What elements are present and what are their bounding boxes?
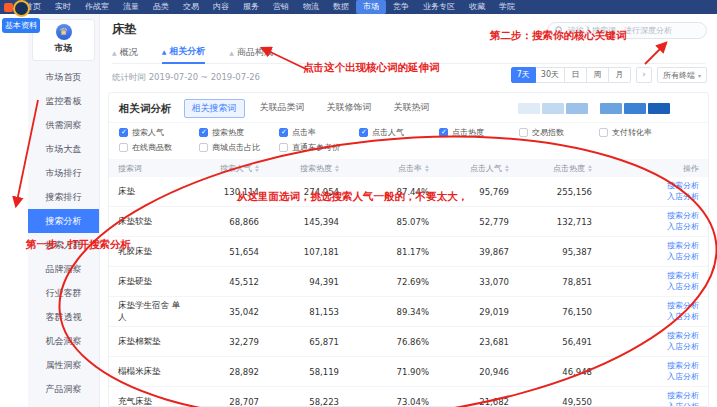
sidebar-item[interactable]: 监控看板	[28, 89, 99, 113]
actions-cell: 搜索分析入店分析	[592, 181, 699, 203]
checkbox-icon[interactable]	[279, 128, 288, 137]
column-header[interactable]: 点击率	[339, 163, 429, 174]
value-cell: 29,019	[429, 307, 509, 317]
page-tab[interactable]: ▲商品构成	[229, 41, 273, 64]
checkbox-icon[interactable]	[519, 128, 528, 137]
nav-item[interactable]: 品类	[146, 0, 176, 14]
sidebar-item[interactable]: 市场首页	[28, 65, 99, 89]
sidebar-item[interactable]: 行业客群	[28, 281, 99, 305]
action-link[interactable]: 搜索分析	[667, 181, 699, 192]
action-link[interactable]: 入店分析	[667, 192, 699, 203]
nav-item[interactable]: 竞争	[386, 0, 416, 14]
column-header[interactable]: 搜索人气	[188, 163, 259, 174]
date-range-pill[interactable]: 30天	[536, 67, 565, 83]
column-header[interactable]: 搜索热度	[259, 163, 339, 174]
action-link[interactable]: 入店分析	[667, 372, 699, 383]
terminal-dropdown[interactable]: 所有终端 ▾	[657, 67, 707, 83]
sidebar-item[interactable]: 供需洞察	[28, 113, 99, 137]
sidebar-item[interactable]: 市场排行	[28, 161, 99, 185]
action-link[interactable]: 入店分析	[667, 312, 699, 323]
metric-label: 支付转化率	[612, 127, 652, 138]
sidebar-item[interactable]: 属性洞察	[28, 353, 99, 377]
action-link[interactable]: 搜索分析	[667, 241, 699, 252]
action-link[interactable]: 搜索分析	[667, 211, 699, 222]
nav-item[interactable]: 服务	[236, 0, 266, 14]
action-link[interactable]: 搜索分析	[667, 391, 699, 402]
page-tab[interactable]: ▲相关分析	[162, 41, 206, 64]
sidebar-item[interactable]: 产品洞察	[28, 377, 99, 401]
nav-item[interactable]: 学院	[492, 0, 522, 14]
metric-checkbox-item[interactable]: 交易指数	[519, 127, 599, 138]
sidebar-item[interactable]: 搜索分析	[28, 209, 99, 233]
checkbox-icon[interactable]	[439, 128, 448, 137]
action-link[interactable]: 搜索分析	[667, 331, 699, 342]
action-link[interactable]: 入店分析	[667, 402, 699, 407]
checkbox-icon[interactable]	[199, 143, 208, 152]
nav-item[interactable]: 内容	[206, 0, 236, 14]
column-header[interactable]: 点击人气	[429, 163, 509, 174]
related-word-tab[interactable]: 关联热词	[387, 99, 437, 118]
sidebar-item[interactable]: 品牌洞察	[28, 257, 99, 281]
sidebar-item[interactable]: 搜索排行	[28, 185, 99, 209]
nav-item[interactable]: 业务专区	[416, 0, 462, 14]
sidebar-item[interactable]: 搜索人群	[28, 233, 99, 257]
metric-checkbox-item[interactable]: 点击热度	[439, 127, 519, 138]
date-range-pill[interactable]: 7天	[511, 67, 536, 83]
table-body: 床垫130,114274,95487.44%95,769255,156搜索分析入…	[109, 177, 708, 407]
checkbox-icon[interactable]	[599, 128, 608, 137]
search-term-cell: 床垫棉絮垫	[118, 336, 188, 348]
action-link[interactable]: 入店分析	[667, 342, 699, 353]
related-word-tab[interactable]: 关联品类词	[253, 99, 312, 118]
sidebar-module-card[interactable]: ♛ 市场	[32, 19, 95, 61]
nav-item[interactable]: 流量	[116, 0, 146, 14]
action-link[interactable]: 搜索分析	[667, 271, 699, 282]
checkbox-icon[interactable]	[279, 143, 288, 152]
nav-item[interactable]: 交易	[176, 0, 206, 14]
metric-checkbox-item[interactable]: 支付转化率	[599, 127, 679, 138]
metric-checkbox-item[interactable]: 在线商品数	[119, 142, 199, 153]
sidebar: ♛ 市场 市场首页监控看板供需洞察市场大盘市场排行搜索排行搜索分析搜索人群品牌洞…	[28, 14, 100, 407]
nav-item[interactable]: 物流	[296, 0, 326, 14]
profile-badge[interactable]: 基本资料	[2, 18, 40, 33]
next-page-button[interactable]: ›	[636, 67, 652, 83]
metric-checkbox-item[interactable]: 直通车参考价	[279, 142, 359, 153]
metric-checkbox-item[interactable]: 商城点击占比	[199, 142, 279, 153]
nav-item[interactable]: 市场	[356, 0, 386, 14]
metric-label: 点击热度	[452, 127, 484, 138]
related-word-tab[interactable]: 相关搜索词	[184, 99, 245, 118]
checkbox-icon[interactable]	[359, 128, 368, 137]
checkbox-icon[interactable]	[119, 143, 128, 152]
date-range-pill[interactable]: 周	[587, 67, 609, 83]
action-link[interactable]: 入店分析	[667, 222, 699, 233]
search-input[interactable]	[568, 26, 699, 35]
action-link[interactable]: 搜索分析	[667, 361, 699, 372]
sidebar-item[interactable]: 机会洞察	[28, 329, 99, 353]
action-link[interactable]: 入店分析	[667, 252, 699, 263]
nav-item[interactable]: 收藏	[462, 0, 492, 14]
sidebar-item[interactable]: 市场大盘	[28, 137, 99, 161]
checkbox-icon[interactable]	[119, 128, 128, 137]
sidebar-item[interactable]: 客群透视	[28, 305, 99, 329]
metric-checkbox-item[interactable]: 搜索热度	[199, 127, 279, 138]
nav-item[interactable]: 营销	[266, 0, 296, 14]
value-cell: 20,946	[429, 367, 509, 377]
metric-checkbox-item[interactable]: 点击率	[279, 127, 359, 138]
metric-checkbox-item[interactable]: 搜索人气	[119, 127, 199, 138]
tab-flag-icon: ▲	[229, 49, 234, 56]
related-word-tab[interactable]: 关联修饰词	[320, 99, 379, 118]
metric-checkbox-item[interactable]: 点击人气	[359, 127, 439, 138]
keyword-search-box[interactable]	[547, 22, 707, 39]
nav-item[interactable]: 作战室	[78, 0, 116, 14]
nav-item[interactable]: 数据	[326, 0, 356, 14]
column-header[interactable]: 点击热度	[509, 163, 592, 174]
avatar[interactable]	[13, 0, 30, 17]
profile-widget[interactable]: 基本资料	[2, 0, 40, 33]
date-range-pill[interactable]: 日	[565, 67, 587, 83]
metric-label: 直通车参考价	[292, 142, 340, 153]
action-link[interactable]: 搜索分析	[667, 301, 699, 312]
action-link[interactable]: 入店分析	[667, 282, 699, 293]
date-range-pill[interactable]: 月	[609, 67, 631, 83]
nav-item[interactable]: 实时	[48, 0, 78, 14]
checkbox-icon[interactable]	[199, 128, 208, 137]
page-tab[interactable]: ▲概况	[112, 41, 138, 64]
